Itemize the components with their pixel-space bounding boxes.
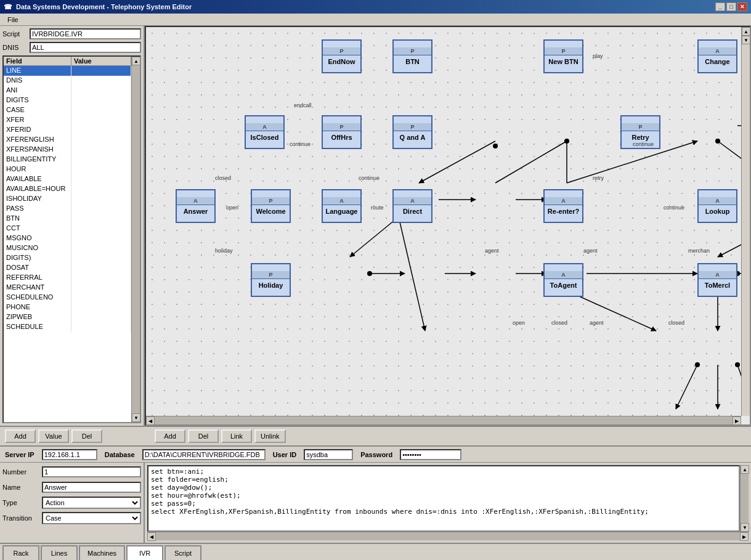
node-reenter[interactable]: ARe-enter? (543, 189, 583, 223)
list-item[interactable]: SCHEDULENO (4, 293, 131, 302)
list-item[interactable]: XFERENGLISH (4, 135, 131, 145)
node-answer[interactable]: AAnswer (176, 189, 216, 223)
node-label: BTN (405, 58, 420, 65)
canvas-vscroll[interactable]: ▲ ▼ (741, 27, 750, 416)
left-del-button[interactable]: Del (71, 429, 102, 443)
node-language[interactable]: ALanguage (322, 189, 362, 223)
menu-file[interactable]: File (2, 15, 23, 25)
node-btn[interactable]: PBTN (392, 39, 432, 73)
right-add-button[interactable]: Add (155, 429, 185, 443)
list-item[interactable]: XFERSPANISH (4, 145, 131, 155)
list-item[interactable]: LINE (4, 66, 131, 76)
vscroll-down[interactable]: ▼ (742, 36, 750, 44)
edge-label: closed (215, 175, 231, 181)
list-item[interactable]: AVAILABLE (4, 174, 131, 184)
tab-ivr[interactable]: IVR (126, 545, 163, 560)
close-button[interactable]: ✕ (737, 2, 747, 11)
value-cell (71, 145, 131, 155)
list-item[interactable]: DIGITS (4, 95, 131, 105)
value-cell (71, 312, 131, 322)
link-button[interactable]: Link (221, 429, 252, 443)
node-holiday[interactable]: PHoliday (251, 263, 291, 297)
left-add-button[interactable]: Add (5, 429, 36, 443)
node-lookup[interactable]: ALookup (697, 189, 737, 223)
node-tomercl[interactable]: AToMercl (697, 263, 737, 297)
list-item[interactable]: MSGNO (4, 233, 131, 243)
node-toagent[interactable]: AToAgent (543, 263, 583, 297)
tab-script[interactable]: Script (164, 545, 201, 560)
field-cell: HOUR (4, 164, 71, 174)
list-item[interactable]: ZIPWEB (4, 312, 131, 322)
hscroll-right[interactable]: ▶ (733, 416, 741, 425)
node-change[interactable]: AChange (697, 39, 737, 73)
tab-lines[interactable]: Lines (41, 545, 78, 560)
list-item[interactable]: MUSICNO (4, 243, 131, 253)
field-cell: DIGITS) (4, 253, 71, 263)
list-item[interactable]: PASS (4, 204, 131, 214)
list-item[interactable]: HOUR (4, 164, 131, 174)
list-item[interactable]: MERCHANT (4, 283, 131, 293)
script-scroll-down[interactable]: ▼ (741, 523, 749, 532)
list-item[interactable]: XFERID (4, 125, 131, 135)
list-item[interactable]: DNIS (4, 76, 131, 86)
node-endnow[interactable]: PEndNow (322, 39, 362, 73)
right-del-button[interactable]: Del (188, 429, 219, 443)
value-cell (71, 204, 131, 214)
list-item[interactable]: PHONE (4, 302, 131, 312)
list-item[interactable]: SCHEDULE (4, 322, 131, 332)
scrollbar-down[interactable]: ▼ (132, 413, 140, 422)
script-textarea[interactable]: set btn=:ani; set folder=english; set da… (147, 465, 740, 532)
script-vscroll[interactable]: ▲ ▼ (740, 465, 749, 532)
maximize-button[interactable]: □ (726, 2, 736, 11)
dnis-input[interactable] (30, 42, 141, 53)
list-item[interactable]: REFERRAL (4, 273, 131, 283)
node-welcome[interactable]: PWelcome (251, 189, 291, 223)
script-input[interactable] (30, 28, 141, 39)
tab-machines[interactable]: Machines (79, 545, 125, 560)
script-right-panel: set btn=:ani; set folder=english; set da… (145, 463, 751, 543)
script-row: Script (2, 28, 141, 39)
value-cell (71, 115, 131, 125)
type-select[interactable]: Action (42, 497, 141, 509)
list-item[interactable]: ANI (4, 86, 131, 95)
node-newbtn[interactable]: PNew BTN (543, 39, 583, 73)
list-item[interactable]: BTN (4, 214, 131, 224)
script-hscroll-right[interactable]: ▶ (740, 532, 749, 541)
fields-list-scroll[interactable]: Field Value LINEDNISANIDIGITSCASEXFERXFE… (4, 57, 131, 422)
list-item[interactable]: DIGITS) (4, 253, 131, 263)
list-item[interactable]: AVAILABLE=HOUR (4, 184, 131, 194)
minimize-button[interactable]: _ (715, 2, 725, 11)
node-isclosed[interactable]: AIsClosed (245, 115, 285, 149)
scrollbar-up[interactable]: ▲ (132, 57, 140, 65)
list-item[interactable]: CCT (4, 224, 131, 233)
list-item[interactable]: XFER (4, 115, 131, 125)
password-input[interactable] (400, 449, 461, 460)
left-value-button[interactable]: Value (38, 429, 69, 443)
node-offhrs[interactable]: POffHrs (322, 115, 362, 149)
script-scroll-up[interactable]: ▲ (741, 465, 749, 474)
list-item[interactable]: BILLINGENTITY (4, 155, 131, 164)
unlink-button[interactable]: Unlink (254, 429, 286, 443)
database-label: Database (105, 451, 135, 458)
node-qanda[interactable]: PQ and A (392, 115, 432, 149)
canvas-area[interactable]: PEndNowPBTNPNew BTNAChangeAIsClosedPOffH… (145, 26, 751, 426)
node-direct[interactable]: ADirect (392, 189, 432, 223)
tab-rack[interactable]: Rack (2, 545, 39, 560)
list-scrollbar[interactable]: ▲ ▼ (131, 57, 140, 422)
database-input[interactable] (142, 449, 266, 460)
server-ip-input[interactable] (42, 449, 97, 460)
list-item[interactable]: DOSAT (4, 263, 131, 273)
hscroll-left[interactable]: ◀ (146, 416, 155, 425)
script-hscroll-left[interactable]: ◀ (147, 532, 156, 541)
canvas-hscroll[interactable]: ◀ ▶ (146, 416, 741, 424)
field-cell: ZIPWEB (4, 312, 71, 322)
name-input[interactable] (42, 482, 141, 493)
userid-input[interactable] (304, 449, 353, 460)
list-item[interactable]: ISHOLIDAY (4, 194, 131, 204)
vscroll-up[interactable]: ▲ (742, 27, 750, 36)
number-input[interactable] (42, 466, 141, 477)
list-item[interactable]: CASE (4, 105, 131, 115)
node-label: Q and A (400, 134, 426, 141)
script-hscroll[interactable]: ◀ ▶ (147, 532, 749, 540)
transition-select[interactable]: Case (42, 512, 141, 524)
